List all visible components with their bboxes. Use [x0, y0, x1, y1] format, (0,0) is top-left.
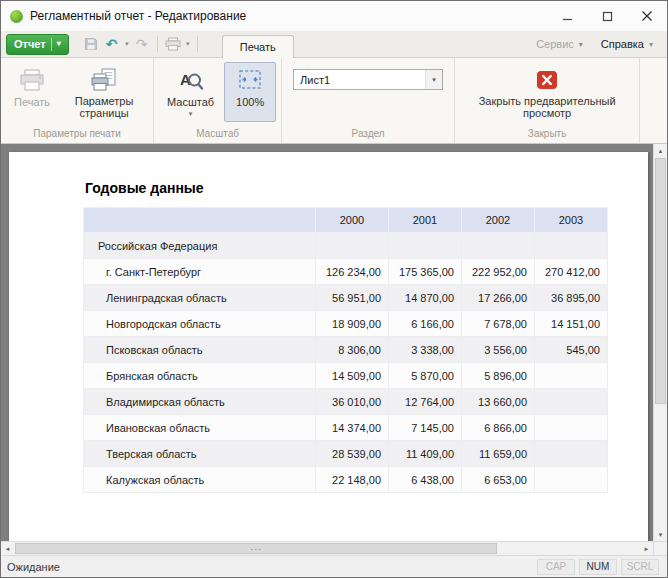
report-table: 2000 2001 2002 2003 Российская Федерация: [83, 207, 608, 493]
status-bar: Ожидание CAP NUM SCRL: [1, 555, 667, 577]
tab-print[interactable]: Печать: [222, 35, 294, 58]
vertical-scrollbar-thumb[interactable]: [655, 158, 666, 404]
ribbon-group-scale: A Масштаб ▾ 100% Масштаб: [154, 58, 282, 143]
table-row: Владимирская область 36 010,00 12 764,00…: [84, 389, 608, 415]
sheet-select[interactable]: Лист1 ▾: [293, 69, 443, 90]
ribbon-group-print-settings: Печать Параметры страницы Параметры печа…: [1, 58, 154, 143]
keyboard-indicators: CAP NUM SCRL: [537, 559, 661, 575]
table-row: Калужская область 22 148,00 6 438,00 6 6…: [84, 467, 608, 493]
row-value: 175 365,00: [389, 259, 462, 285]
horizontal-scrollbar-thumb[interactable]: ···: [15, 543, 497, 554]
scrollbar-corner: [653, 541, 667, 555]
title-bar: Регламентный отчет - Редактирование: [1, 1, 667, 31]
main-toolbar: Отчет ▾ ↶ ▾ ↷ ▾ Печать Сервис ▾: [1, 31, 667, 58]
close-preview-button[interactable]: Закрыть предварительный просмотр: [460, 62, 634, 122]
ribbon-group-label: Раздел: [282, 126, 454, 143]
row-value: 3 556,00: [462, 337, 535, 363]
row-value: 28 539,00: [316, 441, 389, 467]
row-value: 222 952,00: [462, 259, 535, 285]
ribbon-group-label: Закрыть: [455, 126, 639, 143]
sheet-select-value: Лист1: [294, 74, 425, 86]
row-value: 36 895,00: [535, 285, 608, 311]
row-value: 7 145,00: [389, 415, 462, 441]
report-title: Годовые данные: [85, 180, 204, 196]
table-row: Тверская область 28 539,00 11 409,00 11 …: [84, 441, 608, 467]
preview-canvas: Годовые данные 2000 2001 2002 2003: [1, 144, 653, 541]
window-title: Регламентный отчет - Редактирование: [30, 9, 540, 23]
scroll-left-icon[interactable]: ◄: [1, 542, 14, 555]
zoom-100-button[interactable]: 100%: [224, 62, 276, 122]
page-setup-button[interactable]: Параметры страницы: [60, 62, 148, 122]
print-button[interactable]: Печать: [6, 62, 58, 122]
printer-icon: [165, 37, 181, 51]
row-value: [535, 363, 608, 389]
app-window: Регламентный отчет - Редактирование Отче…: [0, 0, 668, 578]
row-value: 5 896,00: [462, 363, 535, 389]
scroll-up-icon[interactable]: ▲: [654, 144, 667, 157]
report-menu-button[interactable]: Отчет ▾: [6, 34, 69, 55]
service-menu[interactable]: Сервис ▾: [527, 38, 592, 50]
row-value: 17 266,00: [462, 285, 535, 311]
row-value: [389, 233, 462, 259]
row-label: Тверская область: [84, 441, 316, 467]
maximize-button[interactable]: [587, 1, 627, 31]
horizontal-scrollbar[interactable]: ◄ ··· ►: [1, 541, 653, 555]
report-button-divider: [51, 38, 52, 51]
toolbar-separator: [157, 36, 158, 52]
row-value: 8 306,00: [316, 337, 389, 363]
row-value: 545,00: [535, 337, 608, 363]
ribbon-group-label: Параметры печати: [1, 126, 153, 143]
row-label: Брянская область: [84, 363, 316, 389]
table-header-year: 2003: [535, 208, 608, 233]
undo-button[interactable]: ↶: [102, 34, 122, 54]
table-header-year: 2000: [316, 208, 389, 233]
help-menu[interactable]: Справка ▾: [592, 38, 662, 50]
vertical-scrollbar[interactable]: ▲ ▼: [653, 144, 667, 541]
row-label: Калужская область: [84, 467, 316, 493]
close-preview-label: Закрыть предварительный просмотр: [468, 95, 626, 119]
table-row: Новгородская область 18 909,00 6 166,00 …: [84, 311, 608, 337]
row-value: [535, 441, 608, 467]
ribbon-group-label: Масштаб: [154, 126, 281, 143]
chevron-down-icon: ▾: [649, 40, 653, 49]
row-value: 18 909,00: [316, 311, 389, 337]
report-menu-label: Отчет: [14, 38, 46, 50]
scroll-right-icon[interactable]: ►: [640, 542, 653, 555]
row-label: Владимирская область: [84, 389, 316, 415]
printer-icon: [19, 67, 45, 93]
row-value: 6 866,00: [462, 415, 535, 441]
scale-button-label: Масштаб: [167, 96, 214, 108]
quick-print-button[interactable]: [163, 34, 183, 54]
zoom-100-label: 100%: [236, 96, 264, 108]
row-value: 11 659,00: [462, 441, 535, 467]
row-value: 22 148,00: [316, 467, 389, 493]
chevron-down-icon: ▾: [189, 111, 193, 117]
row-value: 11 409,00: [389, 441, 462, 467]
chevron-down-icon[interactable]: ▾: [425, 70, 442, 89]
row-value: 13 660,00: [462, 389, 535, 415]
save-button[interactable]: [81, 34, 101, 54]
quick-access-icons: ↶ ▾ ↷ ▾: [81, 34, 202, 54]
print-dropdown-icon[interactable]: ▾: [184, 40, 192, 48]
row-value: [535, 389, 608, 415]
scroll-down-icon[interactable]: ▼: [654, 528, 667, 541]
undo-dropdown-icon[interactable]: ▾: [123, 40, 131, 48]
row-label: Ивановская область: [84, 415, 316, 441]
row-value: 6 438,00: [389, 467, 462, 493]
maximize-icon: [602, 11, 613, 22]
close-button[interactable]: [627, 1, 667, 31]
chevron-down-icon: ▾: [57, 40, 61, 48]
row-value: 126 234,00: [316, 259, 389, 285]
page-setup-icon: [91, 67, 117, 92]
row-label: Псковская область: [84, 337, 316, 363]
row-value: 7 678,00: [462, 311, 535, 337]
row-value: [316, 233, 389, 259]
row-label: г. Санкт-Петербург: [84, 259, 316, 285]
save-icon: [84, 37, 98, 51]
row-value: 5 870,00: [389, 363, 462, 389]
print-preview-area: Годовые данные 2000 2001 2002 2003: [1, 144, 667, 555]
row-value: 36 010,00: [316, 389, 389, 415]
minimize-button[interactable]: [547, 1, 587, 31]
scale-menu-button[interactable]: A Масштаб ▾: [159, 62, 222, 122]
redo-button[interactable]: ↷: [132, 34, 152, 54]
